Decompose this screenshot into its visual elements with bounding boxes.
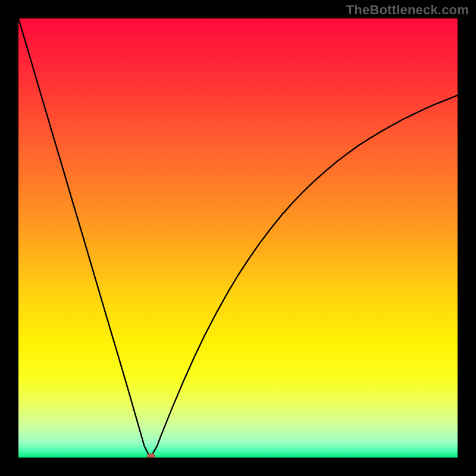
bottleneck-curve — [18, 18, 458, 458]
plot-area — [18, 18, 458, 458]
optimal-marker — [147, 453, 155, 458]
chart-frame: TheBottleneck.com — [0, 0, 476, 476]
watermark-label: TheBottleneck.com — [346, 2, 469, 18]
